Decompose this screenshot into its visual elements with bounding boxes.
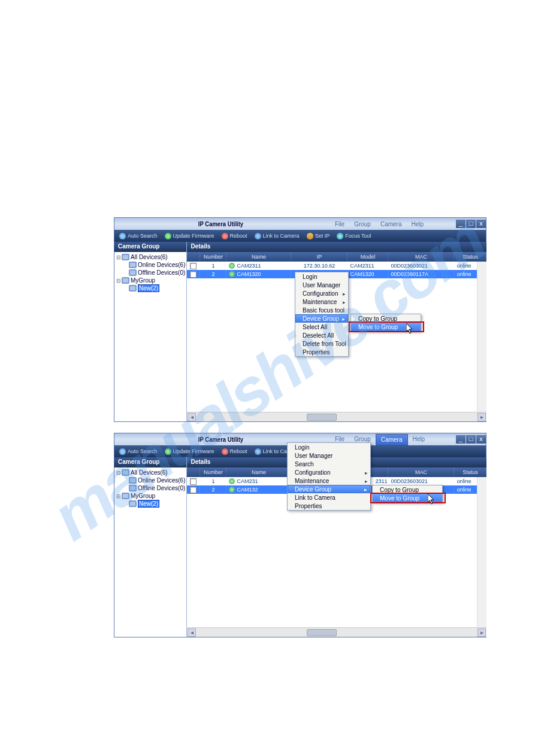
row-checkbox[interactable] (190, 487, 197, 493)
ctx-basic-focus[interactable]: Basic focus tool (295, 306, 348, 314)
horizontal-scrollbar[interactable]: ◂ ▸ (187, 412, 486, 421)
menu-login[interactable]: Login (288, 443, 370, 451)
ctx-login[interactable]: Login (295, 272, 348, 281)
left-pane: Camera Group ⊟All Devices(6) Online Devi… (114, 242, 187, 421)
titlebar: IP Camera Utility File Group Camera Help… (114, 218, 486, 230)
col-name[interactable]: Name (226, 252, 291, 262)
toolbar: Auto Search Update Firmware Reboot Link … (114, 230, 486, 242)
auto-search-button[interactable]: Auto Search (117, 448, 160, 455)
col-status[interactable]: Status (454, 252, 486, 262)
menu-user-manager[interactable]: User Manager (288, 451, 370, 460)
device-tree[interactable]: ⊟All Devices(6) Online Devices(6) Offlin… (114, 467, 186, 637)
tree-offline[interactable]: Offline Devices(0) (116, 484, 185, 492)
update-firmware-button[interactable]: Update Firmware (162, 448, 217, 455)
ctx-select-all[interactable]: Select All (295, 323, 348, 331)
menu-search[interactable]: Search (288, 460, 370, 468)
close-button[interactable]: x (476, 435, 486, 444)
close-button[interactable]: x (476, 220, 486, 228)
scroll-right-icon[interactable]: ▸ (477, 629, 486, 637)
sub-copy-to-group[interactable]: Copy to Group (351, 314, 421, 323)
grid-header: Number Name IP Model MAC Status (187, 252, 486, 262)
link-camera-button[interactable]: Link to Camera (252, 233, 302, 239)
col-mac[interactable]: MAC (388, 252, 454, 262)
focus-tool-button[interactable]: Focus Tool (334, 233, 373, 239)
col-number[interactable]: Number (200, 467, 226, 477)
menu-properties[interactable]: Properties (288, 502, 370, 510)
col-number[interactable]: Number (200, 252, 226, 262)
reboot-button[interactable]: Reboot (219, 448, 250, 455)
horizontal-scrollbar[interactable]: ◂ ▸ (187, 627, 486, 637)
col-name[interactable]: Name (226, 467, 291, 477)
folder-icon (122, 254, 129, 260)
folder-icon (129, 485, 137, 491)
ctx-device-group[interactable]: Device Group (295, 314, 348, 323)
maximize-button[interactable]: □ (466, 435, 476, 444)
link-icon (255, 448, 261, 455)
folder-icon (129, 285, 137, 292)
tree-online[interactable]: Online Devices(6) (116, 476, 185, 484)
tree-mygroup[interactable]: ⊟MyGroup (116, 492, 185, 500)
col-ip[interactable]: IP (291, 252, 347, 262)
menu-file[interactable]: File (330, 219, 349, 229)
menu-camera[interactable]: Camera (376, 434, 408, 445)
tree-new-group[interactable]: New(2) (116, 284, 185, 292)
menu-help[interactable]: Help (407, 219, 429, 229)
app-title: IP Camera Utility (148, 221, 293, 227)
device-tree[interactable]: ⊟All Devices(6) Online Devices(6) Offlin… (114, 252, 186, 421)
menu-device-group[interactable]: Device Group (288, 485, 370, 493)
scroll-right-icon[interactable]: ▸ (477, 413, 486, 421)
reboot-icon (222, 233, 228, 239)
scroll-thumb[interactable] (307, 414, 337, 421)
menu-maintenance[interactable]: Maintenance (288, 476, 370, 485)
ctx-deselect-all[interactable]: Deselect All (295, 331, 348, 339)
ctx-properties[interactable]: Properties (295, 348, 348, 356)
scroll-left-icon[interactable]: ◂ (188, 629, 196, 637)
auto-search-button[interactable]: Auto Search (117, 233, 160, 239)
folder-icon (122, 493, 129, 499)
col-status[interactable]: Status (454, 467, 486, 477)
cursor-icon (406, 323, 415, 334)
reboot-button[interactable]: Reboot (219, 233, 250, 239)
folder-icon (129, 500, 137, 507)
ctx-delete[interactable]: Delete from Tool (295, 339, 348, 348)
menubar: File Group Camera Help (330, 219, 428, 229)
col-mac[interactable]: MAC (388, 467, 454, 477)
search-icon (119, 448, 126, 455)
tree-offline[interactable]: Offline Devices(0) (116, 269, 185, 277)
scroll-thumb[interactable] (307, 629, 337, 636)
context-menu: Login User Manager Configuration Mainten… (295, 272, 349, 357)
camera-icon (229, 487, 235, 493)
ctx-configuration[interactable]: Configuration (295, 289, 348, 297)
ctx-maintenance[interactable]: Maintenance (295, 297, 348, 306)
menu-help[interactable]: Help (408, 434, 430, 445)
maximize-button[interactable]: □ (466, 220, 476, 228)
sub-copy-to-group[interactable]: Copy to Group (373, 485, 442, 494)
row-checkbox[interactable] (190, 263, 197, 269)
table-row[interactable]: 1 CAM2311 172.30.10.62 CAM2311 00D023603… (187, 262, 486, 270)
menu-group[interactable]: Group (349, 219, 376, 229)
tree-online[interactable]: Online Devices(6) (116, 261, 185, 269)
tree-mygroup[interactable]: ⊟MyGroup (116, 277, 185, 284)
link-icon (255, 233, 261, 239)
col-model[interactable]: Model (347, 252, 388, 262)
update-firmware-button[interactable]: Update Firmware (162, 233, 217, 239)
scroll-left-icon[interactable]: ◂ (188, 413, 196, 421)
window-controls: _ □ x (455, 435, 486, 444)
set-ip-button[interactable]: Set IP (304, 233, 333, 239)
row-checkbox[interactable] (190, 478, 197, 485)
minimize-button[interactable]: _ (456, 220, 466, 228)
menu-camera[interactable]: Camera (376, 219, 407, 229)
app-title: IP Camera Utility (148, 436, 293, 443)
menu-configuration[interactable]: Configuration (288, 468, 370, 476)
camera-icon (229, 271, 235, 277)
pane-header-details: Details (187, 242, 486, 252)
window-controls: _ □ x (455, 220, 486, 228)
tree-all-devices[interactable]: ⊟All Devices(6) (116, 253, 185, 261)
minimize-button[interactable]: _ (456, 435, 466, 444)
tree-new-group[interactable]: New(2) (116, 500, 185, 508)
row-checkbox[interactable] (190, 271, 197, 278)
menu-link-camera[interactable]: Link to Camera (288, 493, 370, 502)
left-pane: Camera Group ⊟All Devices(6) Online Devi… (114, 457, 187, 637)
tree-all-devices[interactable]: ⊟All Devices(6) (116, 469, 185, 476)
ctx-user-manager[interactable]: User Manager (295, 281, 348, 289)
